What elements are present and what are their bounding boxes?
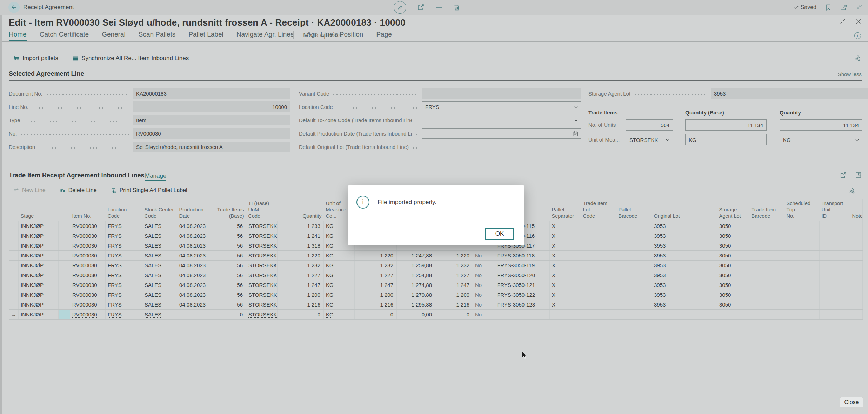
cell[interactable]: X bbox=[550, 261, 581, 270]
cell[interactable] bbox=[749, 231, 784, 241]
cell[interactable]: X bbox=[550, 241, 581, 251]
cell[interactable]: 3953 bbox=[652, 290, 717, 300]
cell[interactable] bbox=[850, 221, 863, 231]
cell[interactable] bbox=[616, 290, 652, 300]
cell[interactable]: INNKJØP bbox=[19, 280, 59, 290]
column-header-stage[interactable]: Stage bbox=[19, 199, 59, 221]
cell[interactable]: 3050 bbox=[717, 231, 749, 241]
cell[interactable]: RV000030 bbox=[70, 231, 106, 241]
cell[interactable]: No bbox=[473, 270, 495, 280]
cell[interactable] bbox=[616, 241, 652, 251]
cell[interactable]: KG bbox=[324, 300, 355, 310]
cell[interactable] bbox=[749, 310, 784, 320]
manage-menu[interactable]: Manage bbox=[145, 172, 166, 181]
column-header-ti-base-uom-code[interactable]: TI (Base) UoM Code bbox=[246, 199, 278, 221]
cell[interactable]: 1 232 bbox=[278, 261, 324, 270]
cell[interactable] bbox=[820, 221, 850, 231]
edit-pencil-icon[interactable] bbox=[394, 1, 406, 14]
cell[interactable]: FRYS bbox=[106, 261, 142, 270]
cell[interactable] bbox=[616, 221, 652, 231]
column-header-note[interactable]: Note bbox=[850, 199, 863, 221]
cell[interactable]: 56 bbox=[214, 280, 246, 290]
cell[interactable]: STORSEKK bbox=[246, 251, 278, 261]
cell[interactable] bbox=[581, 290, 616, 300]
row-selector[interactable] bbox=[9, 280, 19, 290]
back-button[interactable] bbox=[8, 2, 20, 13]
cell[interactable]: 3050 bbox=[717, 270, 749, 280]
cell[interactable]: STORSEKK bbox=[246, 221, 278, 231]
row-selector[interactable] bbox=[9, 241, 19, 251]
cell[interactable]: 1 227 bbox=[278, 270, 324, 280]
cell[interactable]: 1 216 bbox=[435, 300, 473, 310]
cell[interactable]: 3953 bbox=[652, 251, 717, 261]
cell[interactable] bbox=[652, 310, 717, 320]
cell[interactable]: FRYS bbox=[106, 270, 142, 280]
ok-button[interactable]: OK bbox=[485, 228, 514, 240]
active-row-arrow-icon[interactable]: → bbox=[9, 310, 19, 320]
cell[interactable] bbox=[59, 221, 70, 231]
default-production-date-trade-items-inbound-li-field[interactable] bbox=[422, 128, 581, 139]
cell[interactable]: No bbox=[473, 300, 495, 310]
cell[interactable]: 1 200 bbox=[435, 290, 473, 300]
cell[interactable] bbox=[784, 280, 820, 290]
cell[interactable] bbox=[749, 290, 784, 300]
cell[interactable] bbox=[581, 241, 616, 251]
add-icon[interactable] bbox=[435, 4, 443, 11]
cell[interactable]: FRYS-3050-119 bbox=[495, 261, 550, 270]
cell[interactable]: X bbox=[550, 251, 581, 261]
cell[interactable] bbox=[820, 290, 850, 300]
cell[interactable]: SALES bbox=[142, 251, 177, 261]
cell[interactable]: KG bbox=[324, 290, 355, 300]
cell[interactable]: 3953 bbox=[652, 241, 717, 251]
cell[interactable] bbox=[820, 241, 850, 251]
cell[interactable] bbox=[616, 280, 652, 290]
open-in-excel-icon[interactable] bbox=[855, 172, 862, 179]
cell[interactable]: INNKJØP bbox=[19, 241, 59, 251]
cell[interactable]: FRYS-3050-121 bbox=[495, 280, 550, 290]
cell[interactable]: RV000030 bbox=[70, 261, 106, 270]
cell[interactable]: 3953 bbox=[652, 280, 717, 290]
table-row[interactable]: INNKJØPRV000030FRYSSALES04.08.202356STOR… bbox=[9, 270, 863, 280]
cell[interactable] bbox=[495, 310, 550, 320]
column-header-production-date[interactable]: Production Date bbox=[177, 199, 214, 221]
cell[interactable]: 1 232 bbox=[355, 261, 397, 270]
cell[interactable]: 0 bbox=[435, 310, 473, 320]
share-icon[interactable] bbox=[417, 4, 425, 11]
cell[interactable]: 04.08.2023 bbox=[177, 221, 214, 231]
new-line-button[interactable]: New Line bbox=[13, 187, 46, 193]
cell[interactable] bbox=[784, 241, 820, 251]
cell[interactable]: 1 220 bbox=[278, 251, 324, 261]
close-button[interactable]: Close bbox=[840, 397, 863, 407]
cell[interactable]: INNKJØP bbox=[19, 261, 59, 270]
cell[interactable]: KG bbox=[324, 251, 355, 261]
cell[interactable] bbox=[749, 241, 784, 251]
cell[interactable] bbox=[820, 270, 850, 280]
cell[interactable]: 1 241 bbox=[278, 231, 324, 241]
cell[interactable]: 3050 bbox=[717, 241, 749, 251]
default-original-lot-trade-items-inbound-line-field[interactable] bbox=[422, 142, 581, 152]
cell[interactable] bbox=[59, 241, 70, 251]
row-selector[interactable] bbox=[9, 290, 19, 300]
column-header-pallet-separator[interactable]: Pallet Separator bbox=[550, 199, 581, 221]
cell[interactable]: FRYS bbox=[106, 231, 142, 241]
cell[interactable]: SALES bbox=[142, 270, 177, 280]
cell[interactable] bbox=[749, 261, 784, 270]
cell[interactable]: INNKJØP bbox=[19, 221, 59, 231]
collapse-icon[interactable] bbox=[856, 4, 862, 11]
cell[interactable]: X bbox=[550, 290, 581, 300]
cell[interactable]: 3050 bbox=[717, 290, 749, 300]
cell[interactable] bbox=[581, 310, 616, 320]
cell[interactable]: STORSEKK bbox=[246, 270, 278, 280]
cell[interactable]: 56 bbox=[214, 261, 246, 270]
cell[interactable]: RV000030 bbox=[70, 221, 106, 231]
cell[interactable] bbox=[616, 261, 652, 270]
cell[interactable]: 1 216 bbox=[355, 300, 397, 310]
cell[interactable] bbox=[784, 231, 820, 241]
cell[interactable]: X bbox=[550, 300, 581, 310]
cell[interactable] bbox=[59, 251, 70, 261]
cell[interactable] bbox=[749, 300, 784, 310]
cell[interactable] bbox=[850, 231, 863, 241]
cell[interactable]: 3050 bbox=[717, 300, 749, 310]
cell[interactable]: 56 bbox=[214, 251, 246, 261]
cell[interactable] bbox=[581, 221, 616, 231]
